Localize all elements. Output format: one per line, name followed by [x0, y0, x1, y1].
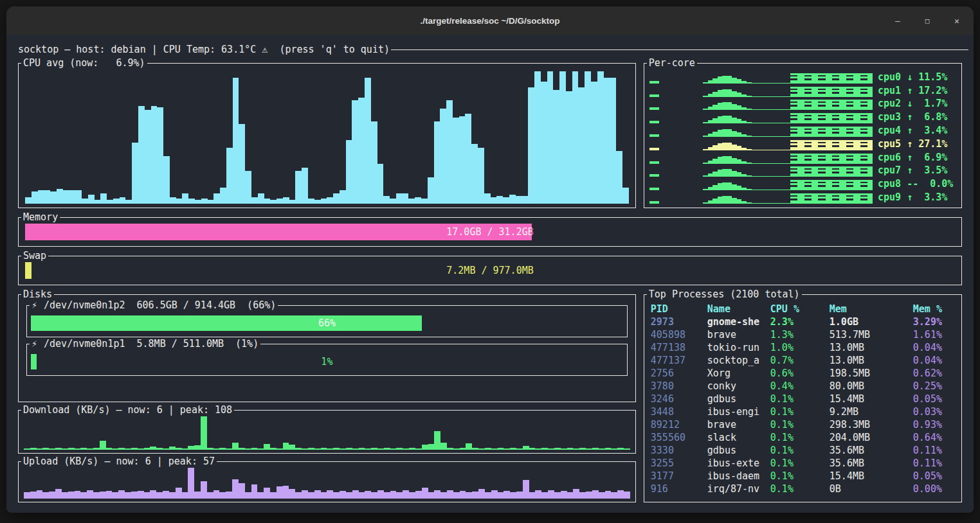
process-cell: 0.1% — [770, 393, 830, 405]
minimize-icon[interactable]: – — [893, 16, 903, 26]
memory-panel: Memory 17.0GB / 31.2GB17.0GB / 31.2GB — [18, 217, 962, 247]
per-core-row: cpu6 ↑ 6.9% — [649, 150, 956, 164]
disk-item: ⚡/dev/nvme0n1p1 5.8MB / 511.0MB (1%)1%1% — [26, 344, 628, 376]
per-core-rows: cpu0 ↓ 11.5%cpu1 ↑ 17.2%cpu2 ↓ 1.7%cpu3 … — [649, 70, 956, 204]
process-cell: 3246 — [651, 393, 707, 405]
process-cell: 2756 — [651, 367, 707, 380]
process-cell: 0.62% — [913, 367, 960, 380]
memory-label: Memory — [21, 211, 60, 224]
per-core-value-label: cpu7 ↑ 3.5% — [878, 164, 956, 177]
process-cell: 3330 — [651, 444, 707, 457]
bar-text-clip: 1% — [31, 354, 37, 369]
process-cell: 3255 — [651, 457, 707, 470]
bar-text-inside: 7.2MB / 977.0MB — [25, 262, 32, 279]
maximize-icon[interactable]: □ — [922, 17, 932, 25]
process-cell: gdbus — [707, 444, 770, 457]
process-cell: 0.1% — [770, 457, 830, 470]
per-core-sparkline — [649, 126, 873, 137]
per-core-row: cpu3 ↑ 6.8% — [649, 110, 956, 123]
process-cell: 0.7% — [770, 354, 830, 367]
window-controls: – □ ✕ — [893, 16, 962, 26]
process-cell: tokio-run — [707, 341, 770, 354]
process-cell: 35.6MB — [830, 457, 913, 470]
per-core-row: cpu2 ↓ 1.7% — [649, 97, 956, 111]
process-cell: 0.11% — [913, 444, 960, 457]
per-core-sparkline — [649, 153, 873, 164]
per-core-sparkline — [649, 73, 873, 84]
per-core-value-label: cpu0 ↓ 11.5% — [878, 71, 956, 84]
swap-bar: 7.2MB / 977.0MB7.2MB / 977.0MB — [25, 262, 955, 279]
process-cell: 477137 — [651, 354, 707, 367]
disk-item-label: ⚡/dev/nvme0n1p2 606.5GB / 914.4GB (66%) — [30, 299, 278, 312]
per-core-value-label: cpu5 ↑ 27.1% — [878, 137, 956, 150]
bar-text-inside: 1% — [31, 354, 37, 369]
app-header-text: socktop — host: debian | CPU Temp: 63.1°… — [18, 44, 390, 55]
memory-bar: 17.0GB / 31.2GB17.0GB / 31.2GB — [25, 224, 955, 240]
bar-text-clip: 7.2MB / 977.0MB — [25, 262, 32, 279]
process-cell: gdbus — [707, 393, 770, 405]
bar-text-clip: 17.0GB / 31.2GB — [25, 224, 532, 240]
per-core-value-label: cpu9 ↑ 3.3% — [878, 191, 956, 204]
process-cell: 0.04% — [913, 341, 960, 354]
process-cell: 15.4MB — [830, 470, 913, 483]
process-cell: 0.1% — [770, 405, 830, 418]
disk-title: /dev/nvme0n1p1 5.8MB / 511.0MB (1%) — [44, 337, 259, 350]
process-cell: 3.29% — [913, 315, 960, 328]
process-cell: 0.6% — [770, 367, 830, 380]
process-cell: 0.1% — [770, 431, 830, 444]
per-core-value-label: cpu1 ↑ 17.2% — [878, 84, 956, 97]
process-cell: 0.05% — [913, 393, 960, 405]
titlebar[interactable]: ./target/release/soc ~/D/G/socktop – □ ✕ — [6, 6, 974, 35]
upload-chart — [24, 468, 630, 499]
process-cell: 35.6MB — [830, 444, 913, 457]
process-table: PIDNameCPU %MemMem %2973gnome-she2.3%1.0… — [651, 303, 960, 495]
per-core-sparkline — [649, 99, 873, 110]
close-icon[interactable]: ✕ — [952, 16, 962, 26]
disk-list: ⚡/dev/nvme0n1p2 606.5GB / 914.4GB (66%)6… — [26, 305, 628, 376]
process-cell: 0.1% — [770, 444, 830, 457]
process-cell: 3448 — [651, 405, 707, 418]
process-cell: 1.3% — [770, 328, 830, 341]
process-cell: 355560 — [651, 431, 707, 444]
process-cell: 0.1% — [770, 470, 830, 483]
disk-item: ⚡/dev/nvme0n1p2 606.5GB / 914.4GB (66%)6… — [26, 305, 628, 337]
upload-panel: Upload (KB/s) — now: 6 | peak: 57 — [18, 461, 636, 502]
column-header-mem: Mem — [830, 303, 913, 315]
per-core-sparkline — [649, 139, 873, 150]
column-header-cpu: CPU % — [770, 303, 830, 315]
process-cell: 405898 — [651, 328, 707, 341]
per-core-sparkline — [649, 112, 873, 123]
process-cell: 204.0MB — [830, 431, 913, 444]
process-cell: irq/87-nv — [707, 483, 770, 495]
disk-usage-bar: 1%1% — [31, 354, 623, 369]
process-cell: 0.00% — [913, 483, 960, 495]
process-cell: 0B — [830, 483, 913, 495]
process-cell: 0.03% — [913, 405, 960, 418]
process-cell: 298.3MB — [830, 418, 913, 431]
download-label: Download (KB/s) — now: 6 | peak: 108 — [21, 403, 234, 416]
per-core-value-label: cpu4 ↑ 3.4% — [878, 124, 956, 137]
process-cell: 477138 — [651, 341, 707, 354]
per-core-row: cpu1 ↑ 17.2% — [649, 84, 956, 97]
per-core-row: cpu5 ↑ 27.1% — [649, 137, 956, 150]
process-cell: ibus-daem — [707, 470, 770, 483]
process-cell: brave — [707, 418, 770, 431]
download-chart — [24, 416, 630, 450]
process-cell: 1.0GB — [830, 315, 913, 328]
process-cell: 80.0MB — [830, 380, 913, 393]
bar-text-inside: 66% — [31, 315, 422, 331]
download-panel: Download (KB/s) — now: 6 | peak: 108 — [18, 410, 636, 454]
process-cell: 0.11% — [913, 457, 960, 470]
process-cell: gnome-she — [707, 315, 770, 328]
process-cell: 0.1% — [770, 483, 830, 495]
process-cell: slack — [707, 431, 770, 444]
disk-usage-bar: 66%66% — [31, 315, 623, 331]
process-cell: 0.4% — [770, 380, 830, 393]
bar-text-inside: 17.0GB / 31.2GB — [25, 224, 532, 240]
per-core-value-label: cpu3 ↑ 6.8% — [878, 111, 956, 123]
process-cell: 3177 — [651, 470, 707, 483]
process-cell: ibus-exte — [707, 457, 770, 470]
per-core-sparkline — [649, 166, 873, 177]
process-cell: 916 — [651, 483, 707, 495]
process-cell: 513.7MB — [830, 328, 913, 341]
